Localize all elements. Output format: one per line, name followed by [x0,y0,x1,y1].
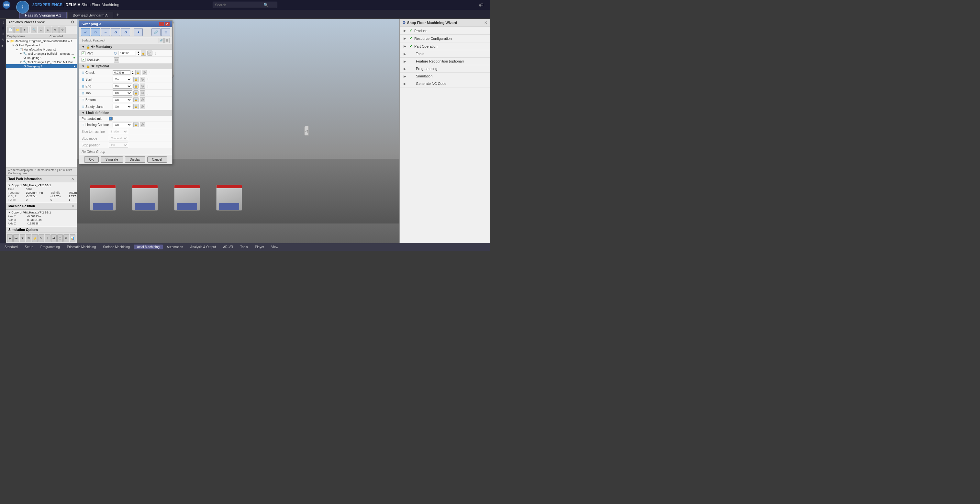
tree-item-roughing[interactable]: ⚙ Roughing.1 ★ [6,56,77,60]
btab-programming[interactable]: Programming [37,244,63,249]
toolbar-btn-new[interactable]: 📄 [7,27,14,33]
check-info-btn[interactable]: ⓘ [142,70,147,75]
tree-item-tool-change-2[interactable]: ▼ 🔧 Tool Change.2 (T_ 1/4 End Mill Bal..… [6,60,77,64]
lc-info-btn[interactable]: ⓘ [140,122,145,127]
dialog-icon-star[interactable]: ★ [134,28,143,36]
dialog-icon-link[interactable]: 🔗 [151,28,161,36]
btab-player[interactable]: Player [252,244,267,249]
tag-icon[interactable]: 🏷 [479,2,484,8]
tab-add-button[interactable]: + [114,11,122,19]
toolbar-icon-1[interactable]: ◁ [1,20,5,25]
toolbar-btn-folder[interactable]: 📁 [14,27,21,33]
wizard-close-icon[interactable]: ✕ [484,21,487,25]
part-check[interactable]: ✔ [81,51,86,55]
top-lock-btn[interactable]: 🔒 [133,90,138,96]
toolbar-btn-filter[interactable]: ⬡ [38,27,45,33]
top-select[interactable]: On [113,90,132,96]
btab-standard[interactable]: Standard [1,244,21,249]
btab-arvr[interactable]: AR-VR [220,244,236,249]
check-dots[interactable]: ⋮ [148,71,151,75]
start-lock-btn[interactable]: 🔒 [133,77,138,82]
toolbar-btn-settings[interactable]: ⚙ [59,27,66,33]
lc-plus[interactable]: ⊞ [81,123,84,127]
end-info-btn[interactable]: ⓘ [140,84,145,89]
safety-plus[interactable]: ⊞ [81,105,84,108]
dialog-icon-arrow[interactable]: → [101,28,110,36]
lc-select[interactable]: On [113,122,132,127]
tree-item-machining-programs[interactable]: ▶ 📁 Machining Programs_Behavior00002494 … [6,39,77,43]
start-dots[interactable]: ⋮ [146,78,150,81]
start-info-btn[interactable]: ⓘ [140,77,145,82]
toolbar-btn-dropdown[interactable]: ▼ [21,27,28,33]
sim-btn-arrows[interactable]: ⇄ [51,234,57,242]
part-info-btn[interactable]: ⓘ [147,51,153,56]
tree-item-sweeping[interactable]: ⚙ Sweeping.3 ★ [6,64,77,69]
end-lock-btn[interactable]: 🔒 [133,84,138,89]
toolbar-icon-5[interactable]: ▶ [1,43,5,48]
start-select[interactable]: On [113,77,132,82]
safety-select[interactable]: On [113,104,132,109]
toolbar-btn-search[interactable]: 🔍 [31,27,37,33]
tree-item-mfg-program[interactable]: ▼ 📋 Manufacturing Program.1 [6,47,77,51]
panel-gear-icon[interactable]: ⚙ [71,20,74,24]
mandatory-section-header[interactable]: ▼ 🔒 👁 Mandatory [79,44,172,50]
autolimit-checkbox[interactable]: ✔ [109,116,113,121]
toolbar-icon-2[interactable]: ☰ [1,26,5,30]
sim-btn-speed[interactable]: ⚡ [32,234,38,242]
top-dots[interactable]: ⋮ [146,91,150,95]
dialog-sh-btn2[interactable]: ☰ [164,38,170,43]
end-dots[interactable]: ⋮ [146,85,150,88]
cancel-button[interactable]: Cancel [147,156,167,163]
toolbar-btn-expand[interactable]: ⊞ [45,27,51,33]
compass-button[interactable]: VR [16,1,29,14]
check-plus[interactable]: ⊞ [81,71,84,75]
bottom-info-btn[interactable]: ⓘ [140,97,145,102]
viewport[interactable]: Sweeping.3 ─ ✕ ✔ ↻ → ⚙ ⚙ ★ 🔗 ☰ [77,19,399,243]
wizard-item-part-operation[interactable]: ▶ ✔ Part Operation [400,42,490,50]
wizard-item-feature[interactable]: ▶ Feature Recognition (optional) [400,57,490,65]
search-icon[interactable]: 🔍 [263,3,268,7]
sim-btn-cursor[interactable]: ↖ [38,234,44,242]
toolbar-icon-3[interactable]: ⊞ [1,32,5,36]
bottom-select[interactable]: On [113,97,132,102]
sim-btn-eye[interactable]: 👁 [26,234,32,242]
dialog-sh-btn1[interactable]: 🔗 [159,38,164,43]
bottom-plus[interactable]: ⊞ [81,98,84,102]
dialog-close[interactable]: ✕ [165,22,170,26]
safety-info-btn[interactable]: ⓘ [140,104,145,109]
btab-prismatic[interactable]: Prismatic Machining [64,244,99,249]
wizard-item-resource[interactable]: ▶ ✔ Resource Configuration [400,35,490,42]
display-button[interactable]: Display [125,156,145,163]
tree-item-tool-change-1[interactable]: ▼ 🔧 Tool Change.1 (Official - Templat -.… [6,51,77,56]
wizard-item-product[interactable]: ▶ ✔ Product [400,27,490,35]
part-input[interactable] [118,51,136,56]
optional-section-header[interactable]: ▼ 🔒 👁 Optional [79,64,172,69]
part-spinner[interactable]: ▲ ▼ [137,51,140,56]
search-bar[interactable]: 🔍 [213,2,277,8]
end-select[interactable]: On [113,84,132,89]
lc-lock-btn[interactable]: 🔒 [133,122,138,127]
btab-axial[interactable]: Axial Machining [134,244,163,249]
right-expand-arrow[interactable]: ◁ [304,126,309,136]
wizard-item-programming[interactable]: ▶ Programming [400,65,490,73]
sim-btn-step[interactable]: ⏭ [13,234,19,242]
sim-btn-dropdown[interactable]: ▼ [20,234,25,242]
dialog-icon-motion[interactable]: ↻ [91,28,100,36]
tool-path-close[interactable]: ✕ [71,177,74,181]
toolaxis-check[interactable]: ✔ [81,58,86,62]
tab-bowhead[interactable]: Bowhead Swingarm A [67,12,113,19]
dialog-icon-menu[interactable]: ☰ [161,28,170,36]
sim-btn-play[interactable]: ▶ [7,234,13,242]
search-input[interactable] [215,3,263,7]
start-plus[interactable]: ⊞ [81,78,84,81]
limit-section-header[interactable]: ▼ Limit definition [79,110,172,116]
ok-button[interactable]: OK [84,156,99,163]
btab-view[interactable]: View [268,244,282,249]
sim-btn-copy[interactable]: ⧉ [64,234,69,242]
wizard-item-nc-code[interactable]: ▶ Generate NC Code [400,80,490,88]
dialog-icon-gear2[interactable]: ⚙ [121,28,130,36]
btab-tools[interactable]: Tools [237,244,251,249]
end-plus[interactable]: ⊞ [81,85,84,88]
tree-item-part-operation[interactable]: ▼ ⚙ Part Operation.1 [6,43,77,47]
machine-pos-close[interactable]: ✕ [71,204,74,208]
